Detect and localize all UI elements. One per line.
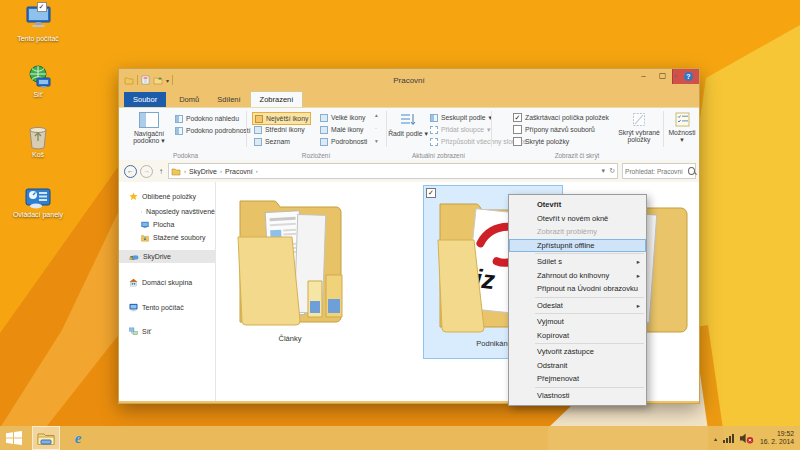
qat-dropdown-icon[interactable]: ▾ [166, 77, 169, 84]
nav-recent-places[interactable]: Naposledy navštívené [119, 205, 215, 218]
titlebar[interactable]: ▾ Pracovní – ▢ × [119, 69, 699, 91]
crumb-skydrive[interactable]: SkyDrive [189, 168, 217, 175]
tab-zobrazeni[interactable]: Zobrazení [250, 91, 304, 107]
folder-icon[interactable] [124, 76, 134, 85]
menu-item-odeslat[interactable]: Odeslat▸ [509, 299, 646, 313]
list-view-button[interactable]: Seznam [252, 136, 292, 147]
menu-item-odstranit[interactable]: Odstranit [509, 359, 646, 373]
desktop-icon-recycle-bin[interactable]: Koš [6, 124, 70, 159]
navigation-pane-icon [139, 112, 159, 128]
tab-domu[interactable]: Domů [170, 92, 208, 107]
item-checkboxes-toggle[interactable]: ✓Zaškrtávací políčka položek [513, 113, 609, 122]
menu-item-zpristupnit-offline[interactable]: Zpřístupnit offline [509, 239, 646, 253]
button-label: Skrýt vybrané položky [618, 129, 660, 143]
nav-this-pc[interactable]: Tento počítač [119, 301, 215, 314]
homegroup-icon [129, 278, 138, 287]
dropdown-icon: ▾ [424, 130, 427, 137]
nav-downloads[interactable]: Stažené soubory [119, 231, 215, 244]
hidden-icons-chevron[interactable]: ▴ [714, 435, 717, 442]
search-box[interactable] [622, 163, 696, 179]
preview-pane-button[interactable]: Podokno náhledu [175, 113, 239, 124]
maximize-button[interactable]: ▢ [653, 69, 672, 84]
hidden-items-toggle[interactable]: Skryté položky [513, 137, 569, 146]
address-dropdown-icon[interactable]: ▾ [602, 167, 606, 175]
nav-network[interactable]: Síť [119, 325, 215, 338]
medium-icons-button[interactable]: Střední ikony [252, 124, 307, 135]
taskbar-file-explorer[interactable] [32, 426, 60, 450]
menu-item-prejmenovat[interactable]: Přejmenovat [509, 372, 646, 386]
menu-item-vytvorit-zastupce[interactable]: Vytvořit zástupce [509, 345, 646, 359]
menu-separator [535, 313, 644, 314]
tab-sdileni[interactable]: Sdílení [208, 92, 249, 107]
group-by-button[interactable]: Seskupit podle ▾ [430, 112, 492, 123]
ribbon-tabs: Soubor Domů Sdílení Zobrazení [119, 91, 699, 107]
menu-item-vlastnosti[interactable]: Vlastnosti [509, 389, 646, 403]
nav-homegroup[interactable]: Domácí skupina [119, 276, 215, 289]
refresh-icon[interactable]: ↻ [609, 167, 615, 175]
menu-item-kopirovat[interactable]: Kopírovat [509, 329, 646, 343]
collapse-ribbon-icon[interactable]: ^ [674, 73, 677, 80]
file-extensions-toggle[interactable]: Přípony názvů souborů [513, 125, 595, 134]
button-label: Řadit podle [388, 130, 422, 137]
new-folder-icon[interactable] [153, 76, 163, 85]
search-icon[interactable] [688, 167, 695, 175]
hide-selected-button[interactable]: Skrýt vybrané položky [617, 111, 661, 143]
menu-item-vyjmout[interactable]: Vyjmout [509, 315, 646, 329]
divider [137, 75, 138, 85]
search-input[interactable] [623, 168, 687, 175]
up-button[interactable]: ↑ [159, 167, 163, 176]
item-checkbox[interactable]: ✓ [426, 188, 436, 198]
group-by-icon [430, 114, 438, 122]
navigation-pane-button[interactable]: Navigační podokno ▾ [127, 111, 171, 144]
crumb-pracovni[interactable]: Pracovní [225, 168, 253, 175]
ribbon: Navigační podokno ▾ Podokno náhledu Podo… [119, 107, 699, 161]
item-checkbox[interactable]: ✓ [37, 2, 47, 12]
clock[interactable]: 19:52 16. 2. 2014 [760, 430, 794, 446]
breadcrumb[interactable]: › SkyDrive › Pracovní › ▾ ↻ [168, 163, 618, 179]
menu-item-pripnout-na-uvodni-obrazovku[interactable]: Připnout na Úvodní obrazovku [509, 282, 646, 296]
forward-button[interactable]: → [140, 165, 153, 178]
sort-by-button[interactable]: Řadit podle ▾ [388, 111, 428, 137]
divider [172, 75, 173, 85]
menu-item-sdilet-s[interactable]: Sdílet s▸ [509, 255, 646, 269]
desktop-icon-this-pc[interactable]: ✓ Tento počítač [6, 4, 70, 43]
large-icons-icon [320, 114, 328, 122]
preview-pane-icon [175, 115, 183, 123]
menu-item-zahrnout-do-knihovny[interactable]: Zahrnout do knihovny▸ [509, 269, 646, 283]
layout-scroll-down[interactable]: ▾ [375, 138, 378, 144]
network-status-icon[interactable] [723, 434, 734, 443]
nav-favorites[interactable]: Oblíbené položky [119, 190, 215, 203]
medium-icons-icon [254, 126, 262, 134]
internet-explorer-icon: e [75, 430, 82, 447]
options-button[interactable]: Možnosti▾ [665, 111, 699, 143]
back-button[interactable]: ← [124, 165, 137, 178]
downloads-icon [141, 234, 149, 242]
tab-soubor[interactable]: Soubor [124, 92, 166, 107]
control-panel-icon [24, 186, 52, 210]
large-icons-button[interactable]: Velké ikony [318, 112, 367, 123]
small-icons-button[interactable]: Malé ikony [318, 124, 366, 135]
folder-tile-clanky[interactable]: Články [229, 185, 351, 343]
nav-skydrive[interactable]: ! SkyDrive [119, 250, 215, 263]
volume-muted-icon[interactable] [740, 433, 754, 444]
menu-item-otevrit[interactable]: Otevřít [509, 198, 646, 212]
start-button[interactable] [0, 426, 28, 450]
desktop-icon-control-panel[interactable]: Ovládací panely [6, 186, 70, 219]
nav-desktop[interactable]: Plocha [119, 218, 215, 231]
properties-icon[interactable] [141, 75, 150, 85]
desktop-icon-network[interactable]: Síť [6, 64, 70, 99]
system-tray: ▴ 19:52 16. 2. 2014 [714, 430, 800, 446]
menu-item-otevrit-v-novem-okne[interactable]: Otevřít v novém okně [509, 212, 646, 226]
network-globe-icon [25, 64, 52, 90]
layout-scroll-up[interactable]: ▴ [375, 112, 378, 118]
menu-separator [535, 297, 644, 298]
layout-scroll-mid[interactable]: · [375, 125, 377, 131]
taskbar-internet-explorer[interactable]: e [64, 426, 92, 450]
skydrive-cloud-icon: ! [129, 253, 139, 261]
desktop-icon [141, 221, 149, 229]
minimize-button[interactable]: – [634, 69, 653, 84]
options-icon [675, 112, 690, 127]
details-view-button[interactable]: Podrobnosti [318, 136, 369, 147]
details-pane-button[interactable]: Podokno podrobností [175, 125, 251, 136]
help-icon[interactable]: ? [684, 72, 693, 81]
